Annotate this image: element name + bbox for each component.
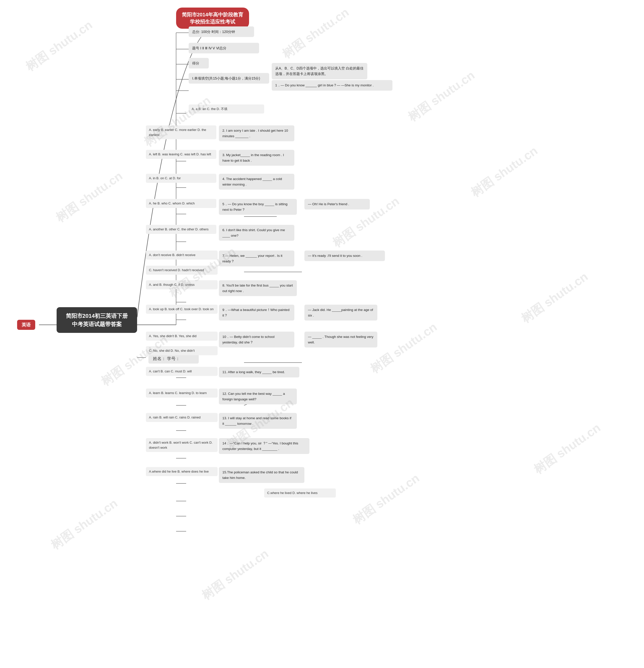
q1-options-text: A. a B. an C. the D. 不填 xyxy=(192,107,227,111)
q8-text: 8. You'll be late for the first bus ____… xyxy=(222,284,293,293)
q5-options-text: A. he B. who C. whom D. which xyxy=(149,201,195,205)
section-label-text: I.单项填空(共15小题;每小题1分，满分15分) xyxy=(192,76,260,80)
watermark-text: 树图 shutu.cn xyxy=(48,495,121,553)
q9-answer: — Jack did. He _____painting at the age … xyxy=(304,305,377,320)
q4-options: A. in B. on C. at D. for xyxy=(146,174,216,183)
watermark-text: 树图 shutu.cn xyxy=(141,92,214,150)
q7-answer-text: — It's ready .I'll send it to you soon . xyxy=(308,254,362,258)
question-6: 6. I don't like this shirt. Could you gi… xyxy=(219,225,294,241)
q3-options: A. left B. was leaving C. was left D. ha… xyxy=(146,150,216,159)
q12-text: 12. Can you tell me the best way _____ a… xyxy=(222,392,285,401)
section-label: I.单项填空(共15小题;每小题1分，满分15分) xyxy=(189,73,269,84)
q7-answer: — It's ready .I'll send it to you soon . xyxy=(304,250,385,261)
q2-options-text: A. early B. earlier C. more earlier D. t… xyxy=(149,128,206,137)
q11-options: A. can't B. can C. must D. will xyxy=(146,367,218,376)
q10-options-cd: C. No, she did D. No, she didn't xyxy=(146,346,218,355)
english-label-text: 英语 xyxy=(22,322,31,327)
question-11: 11. After a long walk, they _____ be tir… xyxy=(219,367,299,377)
q13-text: 13. I will stay at home and read some bo… xyxy=(222,416,291,426)
q5-text: 5．— Do you know the boy _____ is sitting… xyxy=(222,202,287,212)
question-12: 12. Can you tell me the best way _____ a… xyxy=(219,389,297,404)
info-topics-text: 题号 Ⅰ Ⅱ Ⅲ Ⅳ Ⅴ Ⅵ总分 xyxy=(192,46,226,50)
q13-options: A. rain B. will rain C. rains D. rained xyxy=(146,413,218,422)
q6-options-text: A. another B. other C. the other D. othe… xyxy=(149,227,208,231)
question-14: 14．—"Can I help you, sir ？" —'Yes. I bou… xyxy=(219,438,310,454)
q8-options: A. and B. though C. if D. unless xyxy=(146,280,218,289)
q5-answer-text: — Oh! He is Peter's friend . xyxy=(308,202,349,206)
q12-options: A. learn B. learns C. learning D. to lea… xyxy=(146,389,218,398)
center-node-text: 简阳市2014初三英语下册中考英语试题带答案 xyxy=(66,313,128,327)
q5-options: A. he B. who C. whom D. which xyxy=(146,199,216,208)
q7-options-ab-text: A. don't receive B. didn't receive xyxy=(149,253,195,257)
q14-text: 14．—"Can I help you, sir ？" —'Yes. I bou… xyxy=(222,441,298,451)
info-total-text: 总分: 100分 时间：120分钟 xyxy=(192,30,235,34)
watermark-text: 树图 shutu.cn xyxy=(53,168,126,226)
question-5: 5．— Do you know the boy _____ is sitting… xyxy=(219,199,297,215)
q9-text: 9．—What a beautiful picture！Who painted … xyxy=(222,308,289,317)
question-1: 1．— Do you know ______ girl in blue？— —S… xyxy=(272,80,392,91)
question-10: 10．— Betty didn't come to school yesterd… xyxy=(219,332,294,348)
q6-text: 6. I don't like this shirt. Could you gi… xyxy=(222,228,285,238)
watermark-text: 树图 shutu.cn xyxy=(531,420,604,477)
info-score: 得分 xyxy=(189,58,209,69)
q10-options-ab-text: A. Yes, she didn't B. Yes, she did xyxy=(149,334,197,338)
q7-options-cd: C. haven't received D. hadn't received xyxy=(146,265,218,275)
english-label: 英语 xyxy=(17,320,35,330)
watermark-text: 树图 shutu.cn xyxy=(518,269,591,327)
q2-text: 2. I am sorry I am late . I should get h… xyxy=(222,129,288,138)
q14-options-text: A. didn't work B. won't work C. can't wo… xyxy=(149,441,213,450)
q15-options-ab-text: A.where did he live B. where does he liv… xyxy=(149,470,209,473)
q11-options-text: A. can't B. can C. must D. will xyxy=(149,369,192,373)
info-score-text: 得分 xyxy=(192,61,199,65)
q3-text: 3. My jacket_____ in the reading room . … xyxy=(222,153,284,163)
title-text: 简阳市2014年高中阶段教育学校招生适应性考试 xyxy=(182,12,244,25)
q15-options-ab: A.where did he live B. where does he liv… xyxy=(146,467,218,476)
watermark-text: 树图 shutu.cn xyxy=(279,4,352,62)
q9-options-text: A. took up B. took off C. took over D. t… xyxy=(149,307,214,311)
q1-options: A. a B. an C. the D. 不填 xyxy=(189,105,264,113)
q15-options-cd-text: C.where he lived D. where he lives xyxy=(267,491,317,495)
question-7: 7.— Helen, we ______ your report . Is it… xyxy=(219,250,294,267)
q15-text: 15.The policeman asked the child so that… xyxy=(222,470,298,480)
q12-options-text: A. learn B. learns C. learning D. to lea… xyxy=(149,391,207,395)
q13-options-text: A. rain B. will rain C. rains D. rained xyxy=(149,415,201,419)
section-instruction-text: 从A、B、C、D四个选项中，选出可以填入空 白处的最佳选项，并在答题卡上将该项涂… xyxy=(275,66,363,76)
section-instruction: 从A、B、C、D四个选项中，选出可以填入空 白处的最佳选项，并在答题卡上将该项涂… xyxy=(272,63,367,79)
question-15: 15.The policeman asked the child so that… xyxy=(219,467,304,483)
question-9: 9．—What a beautiful picture！Who painted … xyxy=(219,305,294,320)
q10-text: 10．— Betty didn't come to school yesterd… xyxy=(222,335,274,344)
q2-options: A. early B. earlier C. more earlier D. t… xyxy=(146,125,216,139)
question-8: 8. You'll be late for the first bus ____… xyxy=(219,280,297,296)
question-13: 13. I will stay at home and read some bo… xyxy=(219,413,297,429)
q7-options-ab: A. don't receive B. didn't receive xyxy=(146,250,218,260)
name-node-text: 姓名： 学号： xyxy=(153,356,180,361)
q11-text: 11. After a long walk, they _____ be tir… xyxy=(222,370,285,374)
question-2: 2. I am sorry I am late . I should get h… xyxy=(219,125,294,141)
title-node: 简阳市2014年高中阶段教育学校招生适应性考试 xyxy=(176,7,249,29)
q10-options-cd-text: C. No, she did D. No, she didn't xyxy=(149,349,195,352)
q6-options: A. another B. other C. the other D. othe… xyxy=(146,225,216,234)
q10-answer-text: — _____ . Though she was not feeling ver… xyxy=(308,335,373,344)
q14-options: A. didn't work B. won't work C. can't wo… xyxy=(146,438,218,452)
watermark-text: 树图 shutu.cn xyxy=(405,67,478,125)
info-total: 总分: 100分 时间：120分钟 xyxy=(189,27,254,37)
q9-options: A. took up B. took off C. took over D. t… xyxy=(146,305,218,314)
q15-options-cd: C.where he lived D. where he lives xyxy=(264,488,336,498)
mind-map: 树图 shutu.cn 树图 shutu.cn 树图 shutu.cn 树图 s… xyxy=(0,0,644,668)
q4-text: 4. The accident happened _____ a cold wi… xyxy=(222,177,282,186)
q4-options-text: A. in B. on C. at D. for xyxy=(149,176,180,180)
watermark-text: 树图 shutu.cn xyxy=(367,319,440,377)
q7-text: 7.— Helen, we ______ your report . Is it… xyxy=(222,254,283,263)
q5-answer: — Oh! He is Peter's friend . xyxy=(304,199,370,210)
q1-text: 1．— Do you know ______ girl in blue？— —S… xyxy=(275,84,374,87)
q3-options-text: A. left B. was leaving C. was left D. ha… xyxy=(149,152,211,156)
q10-options-ab: A. Yes, she didn't B. Yes, she did xyxy=(146,332,218,341)
question-3: 3. My jacket_____ in the reading room . … xyxy=(219,150,294,166)
watermark-text: 树图 shutu.cn xyxy=(22,17,96,75)
q9-answer-text: — Jack did. He _____painting at the age … xyxy=(308,308,373,317)
watermark-text: 树图 shutu.cn xyxy=(350,470,423,528)
q7-options-cd-text: C. haven't received D. hadn't received xyxy=(149,268,204,272)
info-topics: 题号 Ⅰ Ⅱ Ⅲ Ⅳ Ⅴ Ⅵ总分 xyxy=(189,43,259,54)
center-node: 简阳市2014初三英语下册中考英语试题带答案 xyxy=(57,307,137,333)
name-node: 姓名： 学号： xyxy=(148,354,199,364)
